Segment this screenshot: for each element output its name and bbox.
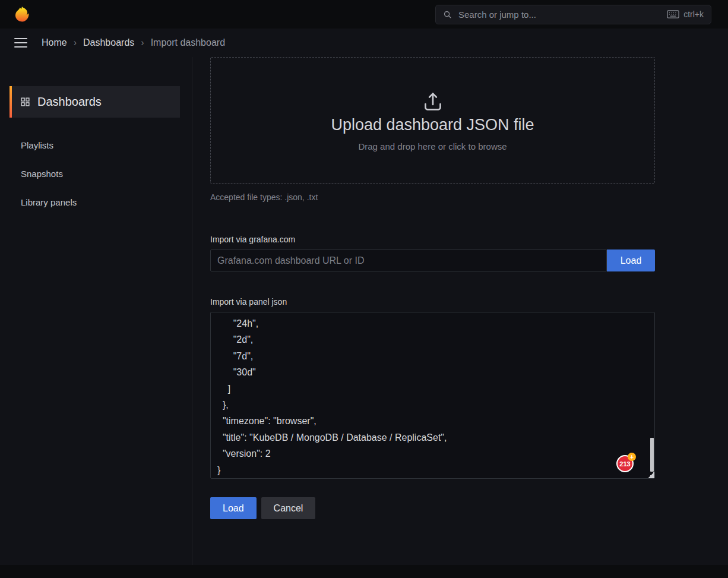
panel-json-textarea[interactable]: "24h", "2d", "7d", "30d" ] }, "timezone"…: [210, 312, 655, 479]
dashboards-grid-icon: [20, 97, 30, 107]
sidebar-section-label: Dashboards: [37, 95, 102, 109]
gcom-load-button[interactable]: Load: [607, 249, 655, 271]
search-icon: [443, 10, 452, 19]
breadcrumb-current: Import dashboard: [151, 37, 225, 48]
gcom-url-input[interactable]: [210, 249, 607, 271]
panel-json-label: Import via panel json: [210, 297, 655, 307]
active-accent-bar: [10, 86, 12, 118]
form-actions: Load Cancel: [210, 497, 655, 519]
sidebar: Dashboards Playlists Snapshots Library p…: [0, 57, 192, 565]
dropzone-title: Upload dashboard JSON file: [331, 116, 534, 134]
sidebar-item-playlists[interactable]: Playlists: [0, 131, 192, 159]
grafana-logo[interactable]: [13, 5, 31, 23]
sidebar-item-snapshots[interactable]: Snapshots: [0, 159, 192, 188]
search-shortcut: ctrl+k: [667, 10, 704, 19]
search-shortcut-label: ctrl+k: [683, 10, 704, 19]
breadcrumb-home[interactable]: Home: [42, 37, 67, 48]
import-dashboard-page: Upload dashboard JSON file Drag and drop…: [192, 57, 728, 565]
upload-dropzone[interactable]: Upload dashboard JSON file Drag and drop…: [210, 57, 655, 184]
import-via-json-section: Import via panel json "24h", "2d", "7d",…: [210, 297, 655, 479]
chevron-right-icon: ›: [74, 37, 77, 48]
load-button[interactable]: Load: [210, 497, 257, 519]
content-area: Dashboards Playlists Snapshots Library p…: [0, 57, 728, 565]
sidebar-item-library-panels[interactable]: Library panels: [0, 188, 192, 216]
chevron-right-icon: ›: [141, 37, 144, 48]
badge-count: 213: [619, 460, 630, 468]
gcom-label: Import via grafana.com: [210, 235, 655, 244]
upload-icon: [421, 90, 445, 113]
menu-icon[interactable]: [14, 38, 27, 48]
textarea-resize-handle[interactable]: [648, 472, 654, 478]
plus-icon: +: [628, 453, 636, 461]
global-search[interactable]: ctrl+k: [435, 5, 711, 24]
breadcrumb-bar: Home › Dashboards › Import dashboard: [0, 29, 728, 57]
breadcrumb-dashboards[interactable]: Dashboards: [83, 37, 134, 48]
dropzone-hint: Drag and drop here or click to browse: [358, 141, 507, 151]
extension-overlay-badge[interactable]: 213 +: [616, 455, 634, 472]
sidebar-item-dashboards[interactable]: Dashboards: [10, 86, 180, 118]
keyboard-icon: [667, 10, 679, 18]
accepted-file-types: Accepted file types: .json, .txt: [210, 192, 655, 202]
top-bar: ctrl+k: [0, 0, 728, 29]
breadcrumb: Home › Dashboards › Import dashboard: [42, 37, 225, 48]
search-input[interactable]: [457, 9, 661, 20]
cancel-button[interactable]: Cancel: [261, 497, 316, 519]
import-via-grafana-section: Import via grafana.com Load: [210, 235, 655, 271]
textarea-scrollbar-thumb[interactable]: [650, 438, 654, 472]
